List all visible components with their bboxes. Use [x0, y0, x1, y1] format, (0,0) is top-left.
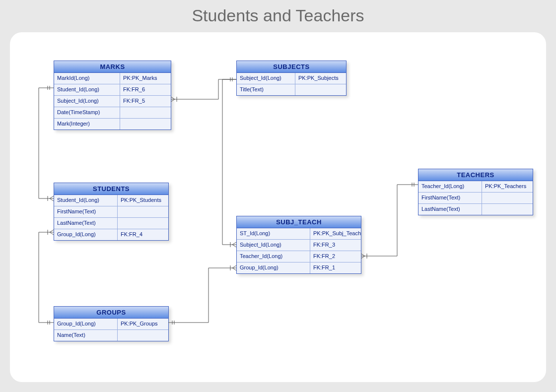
- table-row: LastName(Text): [54, 217, 168, 229]
- entity-marks-header: MARKS: [54, 61, 171, 73]
- cell-left: LastName(Text): [54, 218, 118, 229]
- cell-left: Subject_Id(Long): [237, 240, 310, 251]
- cell-right: PK:PK_Subj_Teach: [310, 228, 361, 239]
- table-row: LastName(Text): [418, 203, 533, 215]
- table-row: FirstName(Text): [54, 206, 168, 217]
- table-row: Group_Id(Long)PK:PK_Groups: [54, 319, 168, 329]
- table-row: Title(Text): [237, 84, 346, 95]
- table-row: Teacher_Id(Long)PK:PK_Teachers: [418, 181, 533, 192]
- entity-subjects: SUBJECTS Subject_Id(Long)PK:PK_Subjects …: [236, 61, 347, 96]
- cell-right: FK:FR_5: [120, 96, 171, 107]
- cell-left: Student_Id(Long): [54, 195, 118, 206]
- entity-marks: MARKS MarkId(Long)PK:PK_Marks Student_Id…: [54, 61, 171, 130]
- cell-right: [482, 204, 533, 215]
- cell-right: [120, 119, 171, 130]
- entity-teachers-rows: Teacher_Id(Long)PK:PK_Teachers FirstName…: [418, 181, 533, 215]
- cell-right: [120, 107, 171, 118]
- cell-right: PK:PK_Teachers: [482, 181, 533, 192]
- cell-right: [118, 218, 168, 229]
- entity-subj-teach: SUBJ_TEACH ST_Id(Long)PK:PK_Subj_Teach S…: [236, 216, 361, 274]
- cell-left: Group_Id(Long): [54, 319, 118, 329]
- table-row: Mark(Integer): [54, 118, 171, 130]
- table-row: Subject_Id(Long)FK:FR_5: [54, 95, 171, 107]
- table-row: Subject_Id(Long)FK:FR_3: [237, 239, 361, 251]
- entity-subj-teach-header: SUBJ_TEACH: [237, 216, 361, 228]
- cell-left: MarkId(Long): [54, 73, 120, 84]
- table-row: Teacher_Id(Long)FK:FR_2: [237, 251, 361, 262]
- entity-groups-rows: Group_Id(Long)PK:PK_Groups Name(Text): [54, 319, 168, 341]
- entity-marks-rows: MarkId(Long)PK:PK_Marks Student_Id(Long)…: [54, 73, 171, 130]
- table-row: Student_Id(Long)PK:PK_Students: [54, 195, 168, 206]
- table-row: MarkId(Long)PK:PK_Marks: [54, 73, 171, 84]
- entity-groups: GROUPS Group_Id(Long)PK:PK_Groups Name(T…: [54, 306, 169, 341]
- entity-teachers-header: TEACHERS: [418, 169, 533, 181]
- table-row: Subject_Id(Long)PK:PK_Subjects: [237, 73, 346, 84]
- cell-right: [118, 206, 168, 217]
- entity-students-header: STUDENTS: [54, 183, 168, 195]
- cell-left: Student_Id(Long): [54, 84, 120, 95]
- cell-left: Date(TimeStamp): [54, 107, 120, 118]
- cell-left: FirstName(Text): [418, 193, 482, 203]
- cell-left: Subject_Id(Long): [54, 96, 120, 107]
- cell-right: PK:PK_Marks: [120, 73, 171, 84]
- entity-teachers: TEACHERS Teacher_Id(Long)PK:PK_Teachers …: [418, 169, 533, 215]
- entity-subjects-header: SUBJECTS: [237, 61, 346, 73]
- table-row: ST_Id(Long)PK:PK_Subj_Teach: [237, 228, 361, 239]
- cell-left: Mark(Integer): [54, 119, 120, 130]
- table-row: Date(TimeStamp): [54, 107, 171, 118]
- cell-left: ST_Id(Long): [237, 228, 310, 239]
- cell-left: Subject_Id(Long): [237, 73, 295, 84]
- entity-students-rows: Student_Id(Long)PK:PK_Students FirstName…: [54, 195, 168, 240]
- cell-right: [295, 84, 346, 95]
- cell-left: Teacher_Id(Long): [237, 251, 310, 262]
- diagram-title: Students and Teachers: [0, 6, 556, 25]
- table-row: Student_Id(Long)FK:FR_6: [54, 84, 171, 95]
- cell-left: Title(Text): [237, 84, 295, 95]
- entity-groups-header: GROUPS: [54, 307, 168, 319]
- table-row: FirstName(Text): [418, 192, 533, 203]
- cell-right: FK:FR_1: [310, 262, 361, 273]
- entity-subj-teach-rows: ST_Id(Long)PK:PK_Subj_Teach Subject_Id(L…: [237, 228, 361, 273]
- cell-right: FK:FR_3: [310, 240, 361, 251]
- cell-right: FK:FR_2: [310, 251, 361, 262]
- cell-left: FirstName(Text): [54, 206, 118, 217]
- cell-right: [482, 193, 533, 203]
- entity-subjects-rows: Subject_Id(Long)PK:PK_Subjects Title(Tex…: [237, 73, 346, 95]
- cell-left: Group_Id(Long): [237, 262, 310, 273]
- cell-right: PK:PK_Students: [118, 195, 168, 206]
- cell-right: FK:FR_4: [118, 229, 168, 240]
- cell-left: Teacher_Id(Long): [418, 181, 482, 192]
- table-row: Group_Id(Long)FK:FR_1: [237, 262, 361, 273]
- cell-left: LastName(Text): [418, 204, 482, 215]
- table-row: Name(Text): [54, 329, 168, 341]
- table-row: Group_Id(Long)FK:FR_4: [54, 229, 168, 240]
- cell-left: Name(Text): [54, 330, 118, 341]
- cell-right: FK:FR_6: [120, 84, 171, 95]
- entity-students: STUDENTS Student_Id(Long)PK:PK_Students …: [54, 183, 169, 241]
- cell-right: PK:PK_Subjects: [295, 73, 346, 84]
- cell-right: PK:PK_Groups: [118, 319, 168, 329]
- cell-right: [118, 330, 168, 341]
- cell-left: Group_Id(Long): [54, 229, 118, 240]
